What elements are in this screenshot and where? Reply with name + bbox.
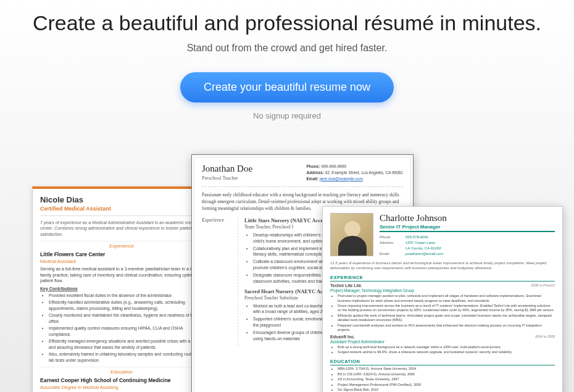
r1-bullet: Provided excellent fiscal duties in the …: [49, 293, 203, 299]
r1-body1: Serving as a full-time medical assistant…: [40, 266, 203, 283]
hero-subheadline: Stand out from the crowd and get hired f…: [0, 43, 574, 54]
r3-sec-education: EDUCATION: [330, 359, 555, 365]
r1-bullet: Closely monitored and maintained the cle…: [49, 312, 203, 324]
resume-preview-1: Nicole Dias Certified Medical Assistant …: [32, 186, 211, 392]
r2-email: jane.doe@example.com: [320, 177, 363, 181]
r2-addr-label: Address:: [307, 170, 324, 175]
r1-title: Certified Medical Assistant: [40, 206, 203, 212]
r1-edu2: Associate Degree in Medical Assisting: [40, 385, 203, 390]
r3-edu: Six Sigma Black Belt, 2010: [338, 388, 555, 392]
r3-sec-experience: EXPERIENCE: [330, 275, 555, 281]
r3-photo: [330, 213, 373, 256]
r2-phone-label: Phone:: [307, 164, 320, 169]
r3-bullet: Built up a strong technical background a…: [338, 345, 555, 349]
r3-date1: 2008 to Present: [531, 283, 555, 288]
r3-bullet: Surged network uptime to 99.9%, drove a …: [338, 350, 555, 354]
r3-job1: Technl Lite Ltd.: [330, 283, 362, 288]
r1-bullet: Implemented quality control measures ens…: [49, 325, 203, 337]
r3-phone-label: Phone:: [380, 235, 406, 240]
r3-phone: 555-578-6001: [406, 235, 428, 240]
r2-addr: 42, Example Street, Los Angeles, CA 9000…: [325, 170, 403, 175]
r3-addr-label: Address:: [380, 240, 406, 251]
r3-bullet: Prepared cost-benefit analyses and worke…: [338, 323, 555, 333]
r3-summary: 11.5 years of experience in business lia…: [330, 261, 555, 270]
r1-job1: Little Flowers Care Center: [40, 251, 203, 257]
r1-key-contrib: Key Contributions: [40, 286, 203, 291]
r1-sec-education: Education: [40, 367, 203, 375]
r1-bullet: Efficiently managed emergency situations…: [49, 338, 203, 350]
r3-addr: 1257 Ocean Lane,LA County, CA-91202: [406, 240, 441, 251]
r3-role2: Assistant Project Administrator: [330, 340, 555, 344]
r2-title: Preschool Teacher: [202, 175, 252, 181]
r3-role1: Project Manager, Technology Integration …: [330, 288, 555, 293]
r3-email-label: Email:: [380, 251, 406, 257]
resume-previews: Nicole Dias Certified Medical Assistant …: [0, 147, 574, 392]
r3-edu: BS in CIS (GPA: 3.82/4.0), Arizona Unive…: [338, 372, 555, 377]
r1-sec-experience: Experience: [40, 241, 203, 249]
r3-name: Charlotte Johnson: [380, 213, 555, 223]
r1-name: Nicole Dias: [40, 195, 203, 204]
r3-job2: Edusoft Inc.: [330, 335, 355, 339]
create-resume-button[interactable]: Create your beautiful resume now: [180, 72, 394, 102]
r2-email-label: Email:: [307, 177, 319, 181]
r3-bullet: Drove imposing improvements across the b…: [338, 304, 555, 313]
r1-edu1: Earnest Cooper High School of Continuing…: [40, 377, 203, 383]
r3-edu: AS in Accounting, Texas University, 1997: [338, 377, 555, 382]
r3-title: Senior IT Project Manager: [380, 224, 555, 230]
r1-bullet: Efficiently handled administrative dutie…: [49, 299, 203, 311]
resume-preview-3: Charlotte Johnson Senior IT Project Mana…: [322, 206, 563, 392]
r2-phone: 999-999-9999: [321, 164, 346, 169]
r3-edu: MBA (GPA: 3.79/4.0), Arizona State Unive…: [338, 367, 555, 371]
r1-bullet: Also, extensively trained in obtaining l…: [49, 351, 203, 363]
signup-note: No signup required: [0, 111, 574, 120]
r3-date2: 2004 to 2008: [535, 335, 555, 339]
hero-headline: Create a beautiful and professional résu…: [0, 11, 574, 35]
r3-bullet: Efficiently guided the work of technical…: [338, 314, 555, 323]
r1-role1: Medical Assistant: [40, 259, 203, 264]
r1-summary: 7 years of experience as a Medical Admin…: [40, 220, 203, 237]
r2-contact: Phone: 999-999-9999 Address: 42, Example…: [307, 164, 403, 181]
r3-bullet: Promoted to project manager position to …: [338, 294, 555, 303]
r3-email: jonathanm@email.com: [406, 251, 443, 257]
r2-name: Jonathan Doe: [202, 164, 252, 174]
r3-edu: Project Management Professional (PMI-Cer…: [338, 383, 555, 387]
r2-sec-experience: Experience: [202, 217, 238, 346]
